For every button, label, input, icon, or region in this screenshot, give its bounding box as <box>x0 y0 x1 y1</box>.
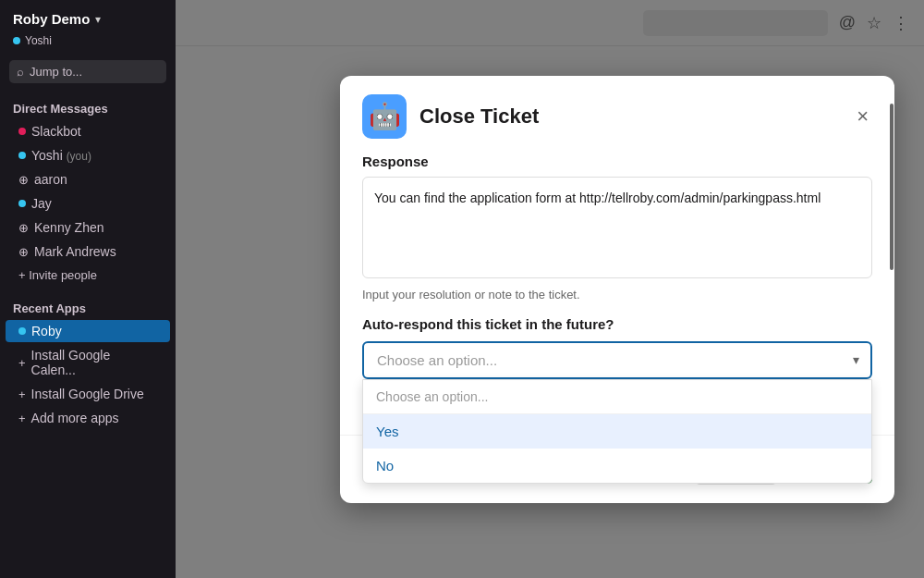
sidebar-item-label: Slackbot <box>31 124 81 139</box>
modal-body: Response Input your resolution or note t… <box>340 154 894 398</box>
sidebar-item-aaron[interactable]: ⊕ aaron <box>6 168 170 191</box>
dropdown-option-no[interactable]: No <box>363 449 871 483</box>
sidebar-item-label: Mark Andrews <box>34 244 116 259</box>
jump-to-search[interactable]: ⌕ Jump to... <box>9 60 166 83</box>
response-hint: Input your resolution or note to the tic… <box>362 288 872 301</box>
user-name: Yoshi <box>25 34 52 47</box>
jay-status-icon <box>18 200 26 207</box>
plus-icon: + <box>18 387 26 401</box>
response-textarea[interactable] <box>362 177 872 278</box>
scrollbar-thumb <box>890 104 894 270</box>
mark-avatar-icon: ⊕ <box>18 245 29 259</box>
modal-title: Close Ticket <box>419 105 840 129</box>
sidebar-item-yoshi[interactable]: Yoshi (you) <box>6 144 170 166</box>
sidebar-item-label: Install Google Calen... <box>31 348 157 377</box>
sidebar-item-roby[interactable]: Roby <box>6 320 170 342</box>
sidebar-item-jay[interactable]: Jay <box>6 192 170 215</box>
robot-icon: 🤖 <box>369 101 401 131</box>
sidebar-item-mark[interactable]: ⊕ Mark Andrews <box>6 240 170 263</box>
sidebar-item-label: Yoshi (you) <box>31 148 91 163</box>
sidebar-item-add-apps[interactable]: + Add more apps <box>6 407 170 429</box>
sidebar-item-label: aaron <box>34 172 67 187</box>
invite-people-button[interactable]: + Invite people <box>6 264 170 286</box>
apps-section-header: Recent Apps <box>0 292 176 319</box>
sidebar-item-label: Roby <box>31 324 62 338</box>
dropdown-placeholder-item[interactable]: Choose an option... <box>363 380 871 414</box>
slackbot-status-icon <box>18 128 26 135</box>
sidebar-item-slackbot[interactable]: Slackbot <box>6 120 170 142</box>
sidebar-item-kenny[interactable]: ⊕ Kenny Zhen <box>6 216 170 239</box>
invite-label: + Invite people <box>18 268 97 282</box>
workspace-name: Roby Demo <box>13 11 90 27</box>
sidebar-item-google-cal[interactable]: + Install Google Calen... <box>6 344 170 381</box>
workspace-header[interactable]: Roby Demo ▾ <box>0 0 176 34</box>
modal-close-button[interactable]: × <box>853 103 872 130</box>
plus-icon: + <box>18 356 26 370</box>
plus-icon: + <box>18 412 26 425</box>
sidebar-item-label: Kenny Zhen <box>34 220 104 235</box>
response-label: Response <box>362 154 872 169</box>
sidebar-item-label: Add more apps <box>31 411 119 425</box>
sidebar: Roby Demo ▾ Yoshi ⌕ Jump to... Direct Me… <box>0 0 176 578</box>
dropdown-option-yes[interactable]: Yes <box>363 414 871 449</box>
auto-respond-select[interactable]: Choose an option... Yes No <box>362 341 872 379</box>
current-user: Yoshi <box>0 34 176 56</box>
modal-header: 🤖 Close Ticket × <box>340 76 894 154</box>
scrollbar-track[interactable] <box>889 76 894 503</box>
sidebar-item-label: Jay <box>31 196 52 211</box>
yoshi-status-icon <box>18 152 26 159</box>
jump-to-label: Jump to... <box>30 65 82 79</box>
modal-app-icon: 🤖 <box>362 94 407 139</box>
dm-section-header: Direct Messages <box>0 92 176 119</box>
kenny-avatar-icon: ⊕ <box>18 221 29 235</box>
close-ticket-modal: 🤖 Close Ticket × Response Input your res… <box>340 76 894 503</box>
jump-to-icon: ⌕ <box>17 65 24 79</box>
aaron-avatar-icon: ⊕ <box>18 173 29 187</box>
roby-status-icon <box>18 327 26 335</box>
user-status-dot <box>13 37 20 44</box>
workspace-chevron-icon: ▾ <box>95 13 101 26</box>
sidebar-item-google-drive[interactable]: + Install Google Drive <box>6 383 170 405</box>
auto-respond-select-wrapper: Choose an option... Yes No ▾ Choose an o… <box>362 341 872 379</box>
sidebar-item-label: Install Google Drive <box>31 387 144 401</box>
auto-respond-label: Auto-respond this ticket in the future? <box>362 316 872 332</box>
dropdown-list: Choose an option... Yes No <box>362 379 872 484</box>
